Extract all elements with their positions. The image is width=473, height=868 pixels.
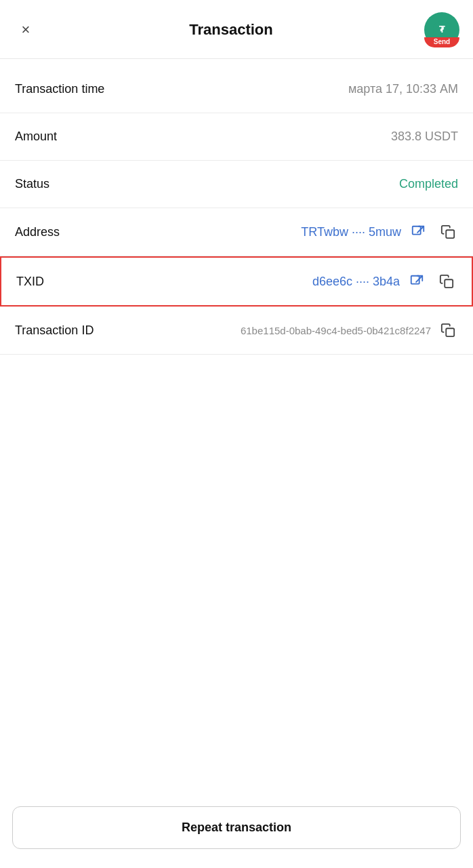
svg-rect-4 <box>446 230 454 238</box>
rows-container: Transaction time марта 17, 10:33 AM Amou… <box>0 59 473 355</box>
send-tether-button[interactable]: ₮ Send <box>424 12 459 47</box>
transaction-id-copy-icon[interactable] <box>438 320 458 340</box>
txid-row: TXID d6ee6c ···· 3b4a <box>0 256 473 307</box>
header: × Transaction ₮ Send <box>0 0 473 59</box>
page-title: Transaction <box>38 21 424 39</box>
svg-text:₮: ₮ <box>439 24 445 35</box>
transaction-id-value: 61be115d-0bab-49c4-bed5-0b421c8f2247 <box>110 325 431 336</box>
status-label: Status <box>15 177 49 191</box>
txid-icons <box>407 271 457 292</box>
address-copy-icon[interactable] <box>438 222 458 242</box>
amount-value: 383.8 USDT <box>65 130 458 144</box>
close-button[interactable]: × <box>14 18 38 42</box>
transaction-id-label: Transaction ID <box>15 323 94 338</box>
status-value: Completed <box>58 177 458 191</box>
txid-value: d6ee6c ···· 3b4a <box>312 275 400 289</box>
amount-row: Amount 383.8 USDT <box>0 113 473 161</box>
transaction-time-row: Transaction time марта 17, 10:33 AM <box>0 66 473 113</box>
address-value: TRTwbw ···· 5muw <box>301 225 401 239</box>
repeat-transaction-button[interactable]: Repeat transaction <box>12 806 461 849</box>
address-row: Address TRTwbw ···· 5muw <box>0 208 473 256</box>
send-badge: Send <box>424 37 459 47</box>
txid-external-link-icon[interactable] <box>407 271 427 292</box>
address-icons <box>408 222 458 242</box>
address-external-link-icon[interactable] <box>408 222 428 242</box>
address-label: Address <box>15 225 60 239</box>
transaction-id-row: Transaction ID 61be115d-0bab-49c4-bed5-0… <box>0 307 473 355</box>
transaction-time-label: Transaction time <box>15 82 104 96</box>
status-row: Status Completed <box>0 161 473 208</box>
bottom-area: Repeat transaction <box>0 798 473 868</box>
svg-rect-8 <box>446 328 454 336</box>
txid-copy-icon[interactable] <box>436 271 457 292</box>
transaction-id-icons <box>438 320 458 340</box>
txid-label: TXID <box>16 275 44 289</box>
svg-rect-7 <box>445 279 453 288</box>
transaction-time-value: марта 17, 10:33 AM <box>112 82 458 96</box>
amount-label: Amount <box>15 130 57 144</box>
